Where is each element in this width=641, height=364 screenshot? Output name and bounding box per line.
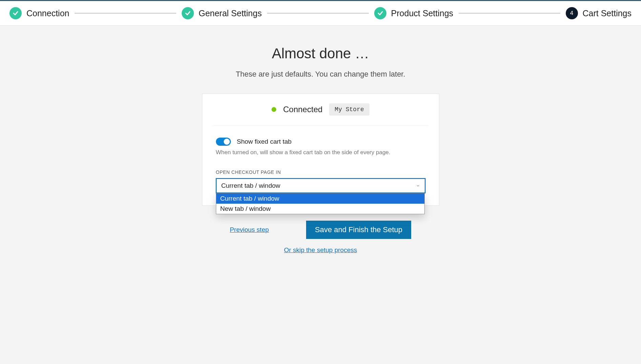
fixed-cart-toggle-row: Show fixed cart tab xyxy=(216,138,425,146)
step-divider xyxy=(75,13,176,14)
save-finish-button[interactable]: Save and Finish the Setup xyxy=(306,221,411,239)
checkout-select-label: OPEN CHECKOUT PAGE IN xyxy=(216,169,425,175)
main-content: Almost done … These are just defaults. Y… xyxy=(158,26,483,254)
page-subtitle: These are just defaults. You can change … xyxy=(158,70,483,79)
step-label: Connection xyxy=(26,8,69,18)
previous-step-link[interactable]: Previous step xyxy=(230,226,269,234)
step-general-settings[interactable]: General Settings xyxy=(182,7,262,19)
settings-card: Connected My Store Show fixed cart tab W… xyxy=(202,94,439,206)
toggle-description: When turned on, will show a fixed cart t… xyxy=(216,149,425,156)
action-row: Previous step Save and Finish the Setup xyxy=(158,221,483,239)
checkout-select-wrap: Current tab / window Current tab / windo… xyxy=(216,178,425,193)
status-dot-icon xyxy=(272,107,276,112)
select-option[interactable]: New tab / window xyxy=(216,204,424,214)
check-icon xyxy=(374,7,386,19)
fixed-cart-toggle[interactable] xyxy=(216,138,231,146)
skip-row: Or skip the setup process xyxy=(158,246,483,254)
step-label: Product Settings xyxy=(391,8,453,18)
stepper: Connection General Settings Product Sett… xyxy=(0,0,641,26)
step-label: Cart Settings xyxy=(583,8,632,18)
store-name-badge: My Store xyxy=(329,103,369,116)
select-value: Current tab / window xyxy=(221,182,280,189)
step-divider xyxy=(267,13,368,14)
checkout-select-dropdown: Current tab / window New tab / window xyxy=(216,193,425,214)
chevron-down-icon xyxy=(416,184,420,188)
step-cart-settings[interactable]: 4 Cart Settings xyxy=(566,7,632,19)
step-connection[interactable]: Connection xyxy=(9,7,69,19)
toggle-knob xyxy=(224,139,230,145)
connection-status: Connected My Store xyxy=(213,94,428,125)
step-number-badge: 4 xyxy=(566,7,578,19)
step-product-settings[interactable]: Product Settings xyxy=(374,7,453,19)
check-icon xyxy=(182,7,194,19)
toggle-label: Show fixed cart tab xyxy=(237,138,292,145)
check-icon xyxy=(9,7,22,19)
checkout-select[interactable]: Current tab / window xyxy=(216,178,425,193)
step-label: General Settings xyxy=(199,8,262,18)
skip-setup-link[interactable]: Or skip the setup process xyxy=(284,246,357,254)
step-divider xyxy=(459,13,560,14)
status-label: Connected xyxy=(283,105,322,114)
select-option[interactable]: Current tab / window xyxy=(216,194,424,204)
step-number: 4 xyxy=(570,10,573,17)
card-body: Show fixed cart tab When turned on, will… xyxy=(202,125,439,205)
page-title: Almost done … xyxy=(158,45,483,62)
